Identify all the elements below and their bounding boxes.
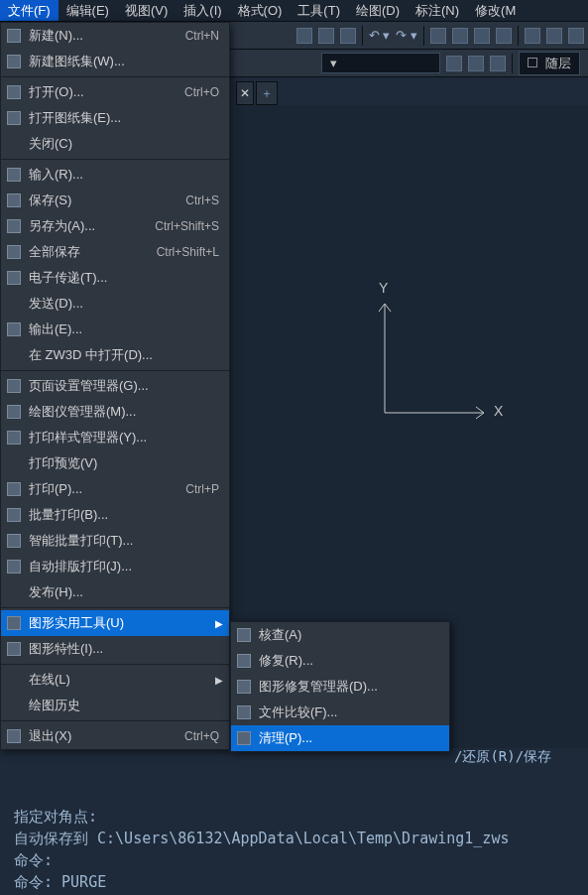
new-icon [5,27,23,45]
menu-item[interactable]: 打印样式管理器(Y)... [1,425,229,450]
blank-icon [5,583,23,601]
menu-item-label: 电子传递(T)... [29,269,219,287]
blank-icon [5,671,23,689]
layout-grid-icon[interactable] [546,28,562,44]
audit-icon [235,626,253,644]
axis-x-label: X [494,403,503,419]
undo-arrow-icon[interactable]: ↶ ▾ [369,28,391,43]
plot-style-icon [5,429,23,447]
export-icon [5,320,23,338]
menu-item-label: 打印(P)... [29,480,176,498]
bylayer-label: 随层 [545,56,571,70]
menu-item-label: 绘图仪管理器(M)... [29,403,219,421]
menu-item[interactable]: 发送(D)... [1,291,229,317]
menubar-item[interactable]: 格式(O) [230,0,291,21]
menu-item-label: 在线(L) [29,671,219,689]
menu-separator [1,76,229,77]
page-setup-icon [5,377,23,395]
layer-icon[interactable] [468,56,484,71]
menu-item[interactable]: 在 ZW3D 中打开(D)... [1,342,229,368]
menu-item-label: 打印样式管理器(Y)... [29,429,219,447]
menu-item[interactable]: 打印预览(V) [1,450,229,476]
saveall-icon [5,243,23,261]
menu-item-label: 发布(H)... [29,583,219,601]
properties-icon [5,640,23,658]
menu-item[interactable]: 退出(X)Ctrl+Q [1,723,229,749]
menu-item[interactable]: 新建(N)...Ctrl+N [1,23,229,49]
menu-item[interactable]: 在线(L)▶ [1,667,229,693]
tab-add-button[interactable]: ＋ [256,81,278,105]
toolbar-button[interactable] [340,28,356,44]
toolbar-button[interactable] [296,28,312,44]
menubar-item[interactable]: 标注(N) [408,0,467,21]
layer-icon[interactable] [446,56,462,71]
menu-item[interactable]: 绘图历史 [1,693,229,718]
menu-item[interactable]: 输入(R)... [1,162,229,188]
menu-item[interactable]: 保存(S)Ctrl+S [1,188,229,213]
cmdlog-line: 命令: PURGE [14,873,106,891]
zoom-window-icon[interactable] [474,28,490,44]
redo-arrow-icon[interactable]: ↷ ▾ [396,28,417,43]
menu-item[interactable]: 清理(P)... [231,725,449,751]
menu-item-label: 输入(R)... [29,166,219,184]
menu-item[interactable]: 输出(E)... [1,317,229,342]
menu-item[interactable]: 文件比较(F)... [231,700,449,725]
layer-icon[interactable] [490,56,506,71]
menu-item[interactable]: 图形实用工具(U)▶ [1,610,229,636]
menu-item[interactable]: 另存为(A)...Ctrl+Shift+S [1,213,229,239]
menu-item-label: 图形修复管理器(D)... [259,678,439,696]
menu-item[interactable]: 电子传递(T)... [1,265,229,291]
menu-item[interactable]: 打开(O)...Ctrl+O [1,79,229,105]
menu-item[interactable]: 打印(P)...Ctrl+P [1,476,229,502]
bylayer-dropdown[interactable]: 随层 [519,52,580,75]
menubar-item[interactable]: 修改(M [467,0,524,21]
toolbar-separator [362,26,363,46]
menu-item[interactable]: 修复(R)... [231,648,449,674]
menu-item[interactable]: 图形修复管理器(D)... [231,674,449,700]
menu-item[interactable]: 绘图仪管理器(M)... [1,399,229,425]
menu-item[interactable]: 新建图纸集(W)... [1,49,229,74]
menu-item-label: 关闭(C) [29,135,219,153]
menu-item[interactable]: 自动排版打印(J)... [1,554,229,579]
menu-item[interactable]: 批量打印(B)... [1,502,229,528]
open-sheetset-icon [5,109,23,127]
toolbar-separator [518,26,519,46]
menubar: 文件(F)编辑(E)视图(V)插入(I)格式(O)工具(T)绘图(D)标注(N)… [0,0,588,22]
menu-item[interactable]: 全部保存Ctrl+Shift+L [1,239,229,265]
cmdlog-line: 命令: [14,851,53,869]
toolbar-button[interactable] [318,28,334,44]
menu-item[interactable]: 关闭(C) [1,131,229,157]
menu-separator [1,370,229,371]
menu-shortcut: Ctrl+Shift+L [157,245,219,259]
menubar-item[interactable]: 文件(F) [0,0,59,21]
menu-item[interactable]: 智能批量打印(T)... [1,528,229,554]
zoom-icon[interactable] [452,28,468,44]
pan-icon[interactable] [430,28,446,44]
menu-item[interactable]: 发布(H)... [1,579,229,605]
menu-item[interactable]: 核查(A) [231,622,449,648]
menubar-item[interactable]: 插入(I) [176,0,229,21]
plotter-mgr-icon [5,403,23,421]
menu-item-label: 核查(A) [259,626,439,644]
tab-close-button[interactable]: ✕ [236,81,254,105]
blank-icon [5,697,23,714]
cmdlog-line: 自动保存到 C:\Users\86132\AppData\Local\Temp\… [14,830,509,847]
menubar-item[interactable]: 编辑(E) [59,0,117,21]
menu-item-label: 新建图纸集(W)... [29,53,219,70]
utilities-icon [5,614,23,632]
menu-item[interactable]: 打开图纸集(E)... [1,105,229,131]
menubar-item[interactable]: 绘图(D) [348,0,408,21]
zoom-extents-icon[interactable] [496,28,512,44]
menubar-item[interactable]: 工具(T) [290,0,348,21]
layout-grid-icon[interactable] [525,28,540,44]
menu-item-label: 图形实用工具(U) [29,614,219,632]
menu-item[interactable]: 页面设置管理器(G)... [1,373,229,399]
menubar-item[interactable]: 视图(V) [117,0,176,21]
menu-item-label: 智能批量打印(T)... [29,532,219,550]
layout-grid-icon[interactable] [568,28,584,44]
menu-separator [1,720,229,721]
cmdlog-line: 指定对角点: [14,808,97,826]
menu-item[interactable]: 图形特性(I)... [1,636,229,662]
layer-dropdown[interactable]: ▾ [321,53,440,73]
command-prompt-fragment: /还原(R)/保存 [450,746,588,768]
